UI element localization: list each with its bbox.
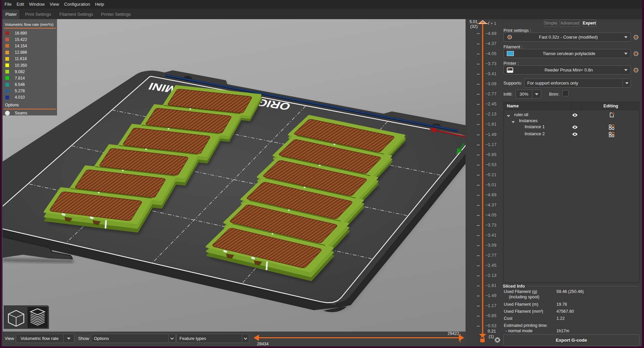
svg-text:0.21: 0.21 (488, 329, 496, 334)
svg-text:29422: 29422 (447, 332, 459, 336)
svg-text:(1): (1) (489, 334, 494, 339)
svg-text:28434: 28434 (257, 342, 269, 346)
